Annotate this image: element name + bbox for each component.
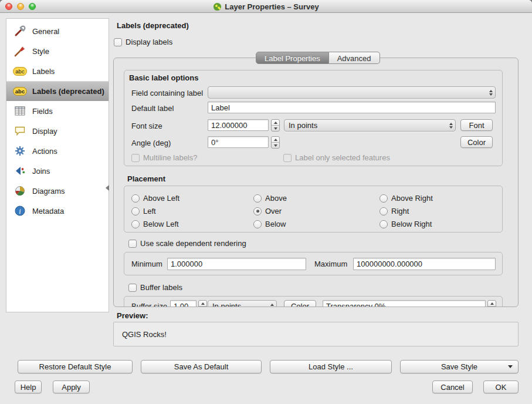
radio-below[interactable]: Below (253, 220, 286, 228)
sidebar-item-label: Diagrams (32, 187, 65, 196)
sidebar-item-joins[interactable]: Joins (6, 161, 109, 181)
buffer-units-combobox[interactable]: In points (208, 300, 277, 307)
sidebar-item-labels[interactable]: abc Labels (6, 61, 109, 81)
label-tabs: Label Properties Advanced (256, 52, 380, 64)
combobox-arrows-icon (486, 87, 495, 98)
label-only-selected-checkbox[interactable]: Label only selected features (283, 153, 390, 162)
abc-label-deprecated-icon: abc (12, 83, 28, 99)
panel-collapse-arrow[interactable] (106, 184, 110, 192)
radio-left[interactable]: Left (131, 207, 156, 216)
angle-stepper[interactable] (271, 136, 280, 149)
font-size-input[interactable] (208, 119, 269, 131)
properties-sidebar: General Style abc Labels abc Labels (dep… (6, 18, 109, 312)
sidebar-item-diagrams[interactable]: Diagrams (6, 181, 109, 201)
buffer-transparency-stepper[interactable] (487, 300, 496, 307)
sidebar-item-label: Metadata (32, 207, 64, 216)
checkbox-label: Display labels (126, 38, 172, 46)
sidebar-item-general[interactable]: General (6, 21, 109, 41)
default-label-input[interactable] (208, 102, 496, 113)
radio-right[interactable]: Right (379, 207, 409, 216)
qgis-icon (213, 2, 222, 11)
checkbox-label: Label only selected features (295, 153, 390, 162)
sidebar-item-display[interactable]: Display (6, 121, 109, 141)
radio-above-right[interactable]: Above Right (379, 194, 433, 203)
sidebar-item-style[interactable]: Style (6, 41, 109, 61)
color-button[interactable]: Color (460, 136, 493, 148)
radio-circle (131, 220, 140, 228)
font-button[interactable]: Font (460, 119, 493, 131)
sidebar-item-fields[interactable]: Fields (6, 101, 109, 121)
field-containing-label-combobox[interactable] (208, 86, 496, 99)
field-containing-label-label: Field containing label (131, 89, 203, 97)
sidebar-item-label: Labels (32, 67, 55, 76)
radio-circle (253, 194, 262, 203)
preview-box: QGIS Rocks! (113, 322, 519, 346)
combobox-arrows-icon (267, 301, 276, 307)
buffer-size-stepper[interactable] (198, 300, 207, 307)
maximum-scale-input[interactable] (353, 258, 496, 270)
sidebar-item-label: Fields (32, 107, 53, 116)
cancel-button[interactable]: Cancel (432, 381, 473, 393)
angle-input[interactable] (208, 136, 269, 148)
radio-circle (379, 220, 388, 228)
font-size-units-combobox[interactable]: In points (284, 119, 456, 132)
save-style-menu-button[interactable]: Save Style (400, 360, 519, 373)
tab-advanced[interactable]: Advanced (329, 52, 380, 64)
radio-circle (131, 207, 140, 216)
restore-default-style-button[interactable]: Restore Default Style (18, 360, 133, 373)
font-size-label: Font size (131, 122, 162, 130)
diagram-pie-icon (12, 183, 28, 198)
info-icon: i (12, 203, 28, 218)
tab-label-properties[interactable]: Label Properties (256, 52, 329, 64)
radio-below-left[interactable]: Below Left (131, 220, 179, 228)
menu-dropdown-icon (508, 365, 513, 368)
radio-over[interactable]: Over (253, 207, 282, 216)
buffer-labels-checkbox[interactable]: Buffer labels (128, 283, 182, 292)
buffer-color-button[interactable]: Color (284, 300, 316, 307)
help-button[interactable]: Help (15, 381, 42, 393)
load-style-button[interactable]: Load Style ... (270, 360, 392, 373)
save-as-default-button[interactable]: Save As Default (141, 360, 262, 373)
radio-above-left[interactable]: Above Left (131, 194, 179, 203)
placement-group: Above Left Above Above Right Left Over R… (124, 186, 503, 233)
page-title: Labels (deprecated) (117, 21, 189, 30)
maximum-label: Maximum (314, 260, 347, 268)
abc-label-icon: abc (12, 63, 28, 79)
sidebar-item-actions[interactable]: Actions (6, 141, 109, 161)
radio-circle (379, 194, 388, 203)
gear-icon (12, 143, 28, 159)
font-size-stepper[interactable] (271, 119, 280, 132)
minimum-scale-input[interactable] (167, 258, 306, 270)
radio-circle (253, 220, 262, 228)
preview-text: QGIS Rocks! (122, 330, 167, 339)
combobox-value: In points (212, 302, 267, 307)
window-title: Layer Properties – Survey (225, 2, 318, 11)
preview-label: Preview: (117, 311, 148, 320)
checkbox-label: Buffer labels (140, 283, 182, 292)
radio-below-right[interactable]: Below Right (379, 220, 432, 228)
sidebar-item-label: Actions (32, 147, 57, 156)
multiline-labels-checkbox[interactable]: Multiline labels? (131, 153, 198, 162)
checkbox-box (128, 240, 137, 248)
display-labels-checkbox[interactable]: Display labels (114, 38, 172, 46)
buffer-size-input[interactable] (170, 300, 196, 307)
attribute-table-icon (12, 103, 28, 119)
scale-dependent-checkbox[interactable]: Use scale dependent rendering (128, 239, 246, 248)
minimum-label: Minimum (131, 260, 162, 268)
group-title: Basic label options (129, 73, 198, 82)
radio-above[interactable]: Above (253, 194, 287, 203)
svg-text:abc: abc (15, 88, 25, 95)
sidebar-item-label: Labels (deprecated) (32, 87, 104, 96)
radio-circle-selected (253, 207, 262, 216)
speech-bubble-icon (12, 123, 28, 139)
ok-button[interactable]: OK (483, 381, 519, 393)
wrench-hammer-icon (12, 23, 28, 39)
combobox-arrows-icon (446, 120, 455, 131)
default-label-label: Default label (131, 104, 174, 113)
checkbox-box (131, 154, 140, 162)
sidebar-item-metadata[interactable]: i Metadata (6, 201, 109, 221)
buffer-transparency-input[interactable] (323, 300, 486, 307)
apply-button[interactable]: Apply (53, 381, 90, 393)
titlebar[interactable]: Layer Properties – Survey (0, 0, 532, 13)
sidebar-item-labels-deprecated[interactable]: abc Labels (deprecated) (6, 81, 109, 101)
